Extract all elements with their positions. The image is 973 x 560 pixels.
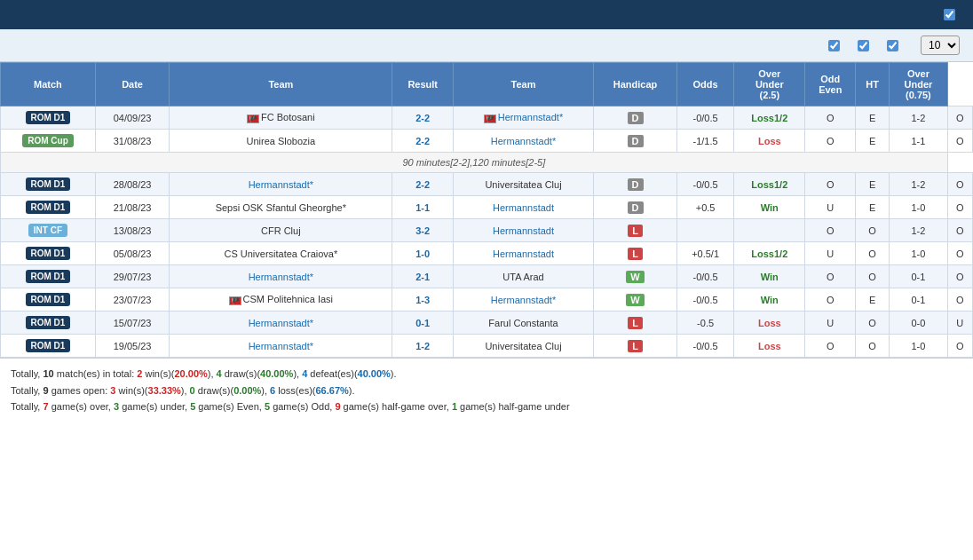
over-under-25: O — [805, 106, 856, 130]
table-row: ROM D121/08/23Sepsi OSK Sfantul Gheorghe… — [1, 196, 973, 219]
match-badge: ROM Cup — [22, 134, 74, 147]
odds-value: Win — [734, 196, 805, 219]
team2-name: Universitatea Cluj — [485, 341, 561, 351]
result-letter: D — [628, 135, 644, 147]
match-score: 1-2 — [392, 335, 453, 358]
draws-pct: 40.00% — [260, 368, 293, 379]
team1-name[interactable]: Hermannstadt* — [249, 272, 313, 282]
match-badge: ROM D1 — [26, 293, 71, 306]
summary-line1: Totally, 10 match(es) in total: 2 win(s)… — [11, 366, 962, 383]
open-wins: 3 — [110, 385, 115, 396]
match-date: 31/08/23 — [95, 130, 169, 153]
handicap-value: +0.5 — [677, 196, 734, 219]
match-score: 0-1 — [392, 312, 453, 335]
result-letter: W — [626, 271, 644, 283]
even-count: 5 — [190, 401, 195, 412]
odd-even: E — [856, 130, 890, 153]
wins-pct: 20.00% — [174, 368, 207, 379]
result-letter: L — [628, 317, 643, 329]
team2-name[interactable]: Hermannstadt — [493, 225, 554, 236]
match-badge: INT CF — [28, 224, 67, 237]
match-score: 2-2 — [392, 173, 453, 196]
halftime-score: 1-2 — [890, 173, 948, 196]
romcup-checkbox[interactable] — [887, 40, 898, 51]
half-over-count: 9 — [335, 401, 340, 412]
handicap-value: +0.5/1 — [677, 242, 734, 265]
table-row: ROM D115/07/23Hermannstadt*0-1Farul Cons… — [1, 312, 973, 335]
open-draws: 0 — [190, 385, 195, 396]
match-date: 04/09/23 — [95, 106, 169, 130]
over-under-075: O — [947, 173, 972, 196]
col-odds: Odds — [677, 63, 734, 106]
team1-name[interactable]: Hermannstadt* — [249, 179, 313, 190]
team2-name[interactable]: Hermannstadt — [493, 248, 554, 259]
handicap-value: -0/0.5 — [677, 288, 734, 312]
result-letter: D — [628, 201, 644, 214]
over-under-075: U — [947, 312, 972, 335]
over-under-25: U — [805, 312, 856, 335]
result-letter: L — [628, 340, 643, 352]
result-letter: L — [628, 225, 643, 237]
result-letter: D — [628, 178, 644, 191]
over-under-25: O — [805, 219, 856, 242]
team2-name[interactable]: Hermannstadt — [493, 202, 554, 213]
handicap-value: -0/0.5 — [677, 335, 734, 358]
over-under-25: O — [805, 265, 856, 288]
over-under-075: O — [947, 288, 972, 312]
summary-line2: Totally, 9 games open: 3 win(s)(33.33%),… — [11, 383, 962, 399]
draws-count: 4 — [217, 368, 222, 379]
table-row: ROM D129/07/23Hermannstadt*2-1UTA AradW-… — [1, 265, 973, 288]
halftime-score: 1-0 — [890, 335, 948, 358]
scores-table: Match Date Team Result Team Handicap Odd… — [0, 62, 973, 358]
team1-name[interactable]: Hermannstadt* — [249, 318, 313, 328]
last-games-filter: 10 20 30 50 — [916, 35, 964, 55]
odd-even: O — [856, 242, 890, 265]
match-badge: ROM D1 — [26, 201, 71, 214]
team1-name[interactable]: Hermannstadt* — [249, 341, 313, 351]
odds-value: Loss — [734, 335, 805, 358]
odd-even: O — [856, 312, 890, 335]
team1-name: Sepsi OSK Sfantul Gheorghe* — [216, 202, 346, 213]
halftime-score: 1-2 — [890, 219, 948, 242]
col-result: Result — [392, 63, 453, 106]
match-date: 23/07/23 — [95, 288, 169, 312]
col-ht: HT — [856, 63, 890, 106]
header — [0, 0, 973, 29]
match-score: 3-2 — [392, 219, 453, 242]
display-notes-container — [944, 9, 961, 20]
intcf-checkbox[interactable] — [828, 40, 840, 51]
odds-value: Loss — [734, 312, 805, 335]
team2-name: UTA Arad — [502, 272, 543, 282]
halftime-score: 0-0 — [890, 312, 948, 335]
odds-value: Loss — [734, 130, 805, 153]
filter-intcf — [828, 40, 843, 51]
team2-name[interactable]: Hermannstadt* — [491, 136, 556, 146]
col-ou25: OverUnder(2.5) — [734, 63, 805, 106]
team1-name: FC Botosani — [261, 112, 315, 122]
table-header-row: Match Date Team Result Team Handicap Odd… — [1, 63, 973, 106]
match-score: 2-2 — [392, 130, 453, 153]
result-letter: L — [628, 248, 643, 260]
col-match: Match — [1, 63, 96, 106]
filter-romcup — [887, 40, 902, 51]
match-badge: ROM D1 — [26, 270, 71, 283]
match-date: 13/08/23 — [95, 219, 169, 242]
over-under-075: O — [947, 265, 972, 288]
romd1-checkbox[interactable] — [858, 40, 869, 51]
over-under-25: U — [805, 196, 856, 219]
total-matches: 10 — [43, 368, 53, 379]
over-under-075: O — [947, 219, 972, 242]
team2-name[interactable]: Hermannstadt* — [491, 295, 556, 305]
match-badge: ROM D1 — [26, 111, 71, 124]
result-letter: D — [628, 112, 644, 124]
team2-name: Farul Constanta — [488, 318, 558, 328]
odds-value — [734, 219, 805, 242]
team2-name[interactable]: Hermannstadt* — [498, 112, 563, 122]
over-count: 7 — [43, 401, 48, 412]
open-games: 9 — [43, 385, 48, 396]
display-notes-checkbox[interactable] — [944, 9, 955, 20]
match-date: 28/08/23 — [95, 173, 169, 196]
odd-even: O — [856, 265, 890, 288]
halftime-score: 0-1 — [890, 265, 948, 288]
games-select[interactable]: 10 20 30 50 — [921, 35, 960, 55]
